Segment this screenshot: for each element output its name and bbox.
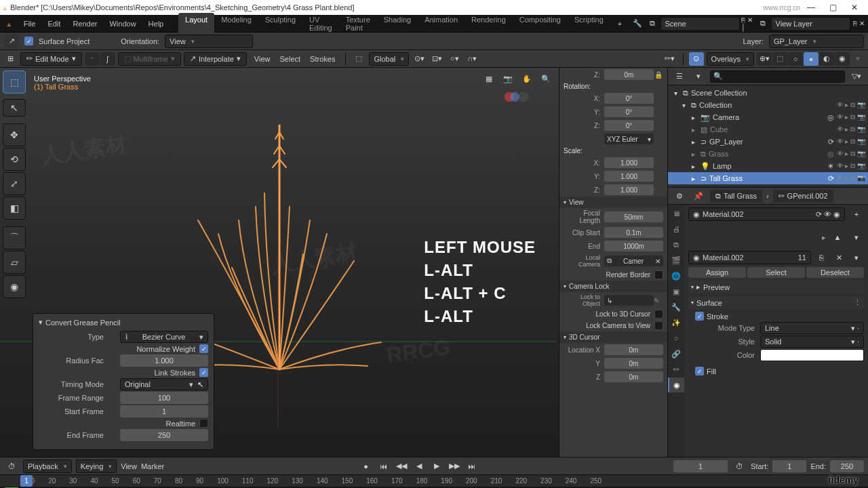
workspace-rendering[interactable]: Rendering bbox=[465, 13, 513, 35]
3d-viewport[interactable]: 人人素材 人人素材 RRCG bbox=[0, 68, 559, 457]
pan-icon[interactable]: ✋ bbox=[519, 72, 534, 85]
stroke-checkbox[interactable] bbox=[695, 312, 704, 321]
workspace-shading[interactable]: Shading bbox=[377, 13, 418, 35]
new-material-icon[interactable]: ⎘ bbox=[814, 251, 829, 264]
end-frame-input[interactable]: 250 bbox=[120, 429, 208, 441]
3dcursor-header[interactable]: 3D Cursor bbox=[559, 331, 667, 343]
clip-end-input[interactable]: 1000m bbox=[604, 241, 663, 251]
lock-camview-checkbox[interactable] bbox=[654, 321, 663, 330]
minimize-button[interactable]: — bbox=[800, 3, 822, 12]
outliner-row-gp_layer[interactable]: ▸⊃GP_Layer⟳👁 ▸ ⧉ 📷 bbox=[668, 136, 868, 148]
rot-z-input[interactable]: 0° bbox=[604, 120, 654, 131]
fx-tab[interactable]: ✨ bbox=[668, 315, 684, 330]
shading-lookdev-icon[interactable]: ◐ bbox=[819, 52, 834, 66]
rot-x-input[interactable]: 0° bbox=[604, 93, 654, 104]
data-tab[interactable]: ✏ bbox=[668, 362, 684, 377]
scene-field[interactable]: Scene bbox=[660, 17, 741, 30]
surface-header[interactable]: Surface⋮ bbox=[688, 296, 864, 309]
gizmo-toggle-icon[interactable]: ⊕▾ bbox=[757, 52, 772, 66]
outliner-row-cube[interactable]: ▸▧Cube👁 ▸ ⧉ 📷 bbox=[668, 123, 868, 136]
fill-checkbox[interactable] bbox=[695, 367, 704, 375]
menu-file[interactable]: File bbox=[18, 18, 42, 30]
shear-tool[interactable]: ▱ bbox=[3, 251, 26, 274]
shading-options-icon[interactable]: ▾ bbox=[850, 52, 865, 66]
mode-dropdown[interactable]: ✏ Edit Mode ▾ bbox=[20, 52, 82, 66]
maximize-button[interactable]: ▢ bbox=[822, 3, 844, 12]
scale-y-input[interactable]: 1.000 bbox=[604, 171, 654, 182]
vpmenu-view[interactable]: View bbox=[250, 53, 275, 65]
jump-end-icon[interactable]: ⏭ bbox=[465, 460, 479, 472]
keying-dropdown[interactable]: Keying bbox=[76, 460, 117, 473]
outliner-search[interactable]: 🔍 bbox=[710, 70, 845, 83]
overlays-icon[interactable]: ⊙ bbox=[689, 52, 704, 66]
move-tool[interactable]: ✥ bbox=[3, 123, 26, 146]
outliner-type-icon[interactable]: ☰ bbox=[672, 70, 687, 83]
crumb-object[interactable]: ⧉ Tall Grass bbox=[710, 190, 762, 203]
deselect-button[interactable]: Deselect bbox=[806, 267, 864, 278]
frame-range-input[interactable]: 100 bbox=[120, 392, 208, 404]
timeline-frames[interactable]: 1 10203040506070809010011012013014015016… bbox=[0, 474, 868, 487]
lock-3dcursor-checkbox[interactable] bbox=[654, 310, 663, 319]
frame-prev-icon[interactable]: ◀ bbox=[412, 460, 426, 472]
render-tab[interactable]: 🖥 bbox=[668, 206, 684, 221]
editor-type-icon[interactable]: ⊞ bbox=[3, 52, 18, 66]
outliner-row-grass[interactable]: ▸⧉Grass◎👁 ▸ ⧉ 📷 bbox=[668, 148, 868, 160]
preview-header[interactable]: ▸ Preview bbox=[688, 281, 864, 293]
select-button[interactable]: Select bbox=[747, 267, 805, 278]
start-frame-input[interactable]: 1 bbox=[120, 405, 208, 418]
tl-marker-menu[interactable]: Marker bbox=[141, 462, 164, 470]
menu-edit[interactable]: Edit bbox=[41, 18, 66, 30]
surface-project-checkbox[interactable] bbox=[24, 37, 33, 45]
color-field[interactable] bbox=[760, 349, 864, 361]
scale-x-input[interactable]: 1.000 bbox=[604, 157, 654, 168]
material-slot[interactable]: ◉ Material.002⟳ 👁 ◉ bbox=[688, 207, 845, 221]
outliner-row-camera[interactable]: ▸📷Camera◎👁 ▸ ⧉ 📷 bbox=[668, 111, 868, 123]
pin-icon[interactable]: 🔧 bbox=[631, 17, 644, 30]
scene-tab[interactable]: 🎬 bbox=[668, 253, 684, 268]
filter-icon[interactable]: ▽▾ bbox=[849, 70, 864, 83]
cursor-tool[interactable]: ↖ bbox=[3, 99, 26, 117]
loc-z-input[interactable]: 0m bbox=[604, 69, 654, 80]
keyframe-prev-icon[interactable]: ◀◀ bbox=[395, 460, 408, 472]
jump-start-icon[interactable]: ⏮ bbox=[377, 460, 391, 472]
outliner-row-tall-grass[interactable]: ▸⊃Tall Grass⟳👁 ▸ ⧉ 📷 bbox=[668, 172, 868, 184]
proportional-icon[interactable]: ○▾ bbox=[447, 52, 462, 66]
menu-help[interactable]: Help bbox=[142, 18, 170, 30]
modifier-tab[interactable]: 🔧 bbox=[668, 300, 684, 314]
object-tab[interactable]: ▣ bbox=[668, 284, 684, 299]
transform-tool[interactable]: ◧ bbox=[3, 197, 26, 220]
scene-icons[interactable]: ⎘ ✕ │ bbox=[741, 17, 755, 30]
viewlayer-icons[interactable]: ⎘ ✕ bbox=[852, 17, 865, 30]
local-camera-field[interactable]: ⧉ Camer ✕ bbox=[604, 256, 663, 266]
axis-gizmo[interactable]: Z Y bbox=[505, 92, 542, 130]
workspace-compositing[interactable]: Compositing bbox=[513, 13, 568, 35]
viewlayer-tab[interactable]: ⧉ bbox=[668, 237, 684, 252]
viewlayer-icon[interactable]: ⧉ bbox=[756, 17, 770, 30]
tool-icon[interactable]: ↗ bbox=[4, 35, 19, 48]
tl-view-menu[interactable]: View bbox=[121, 462, 137, 470]
mode-type-dropdown[interactable]: Line▾ · bbox=[760, 322, 864, 334]
realtime-checkbox[interactable] bbox=[199, 419, 208, 428]
orientation-dropdown[interactable]: View bbox=[165, 35, 253, 48]
focal-input[interactable]: 50mm bbox=[604, 211, 663, 222]
workspace-uv-editing[interactable]: UV Editing bbox=[302, 13, 339, 35]
workspace-texture-paint[interactable]: Texture Paint bbox=[339, 13, 377, 35]
normalize-checkbox[interactable] bbox=[199, 344, 208, 353]
frame-next-icon[interactable]: ▶▶ bbox=[448, 460, 461, 472]
workspace-animation[interactable]: Animation bbox=[418, 13, 465, 35]
timing-dropdown[interactable]: Original▾↖ bbox=[120, 378, 208, 390]
add-slot-icon[interactable]: + bbox=[849, 207, 864, 221]
material-tab[interactable]: ◉ bbox=[668, 378, 684, 392]
material-menu-icon[interactable]: ▾ bbox=[849, 251, 864, 264]
transform-orientation-dropdown[interactable]: Global bbox=[369, 52, 409, 66]
euler-dropdown[interactable]: XYZ Euler▾ bbox=[604, 134, 654, 144]
playback-dropdown[interactable]: Playback bbox=[23, 460, 72, 473]
unlink-material-icon[interactable]: ✕ bbox=[831, 251, 846, 264]
bend-tool[interactable]: ⌒ bbox=[3, 226, 26, 249]
orientation-icon[interactable]: ⬚ bbox=[351, 52, 366, 66]
view-section-header[interactable]: View bbox=[559, 197, 667, 208]
style-dropdown[interactable]: Solid▾ · bbox=[760, 336, 864, 348]
menu-window[interactable]: Window bbox=[103, 18, 142, 30]
multiframe-toggle[interactable]: ⬚ Multiframe ▾ bbox=[118, 52, 181, 66]
stroke-select-icon[interactable]: ∫ bbox=[100, 52, 115, 66]
